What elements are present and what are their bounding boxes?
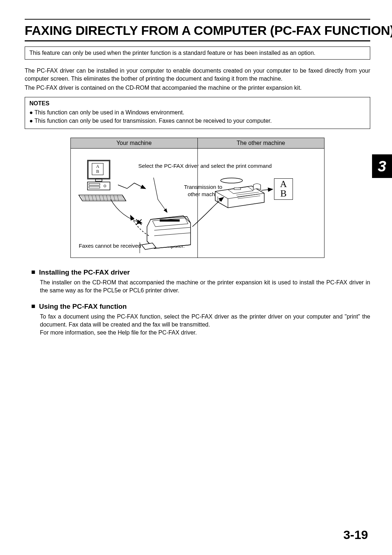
section-body: The installer on the CD-ROM that accompa… bbox=[25, 279, 370, 294]
intro-paragraph-1: The PC-FAX driver can be installed in yo… bbox=[25, 67, 370, 82]
screen-letter-b: B bbox=[92, 169, 103, 174]
notes-box: NOTES ●This function can only be used in… bbox=[25, 97, 370, 129]
title-underline bbox=[25, 40, 370, 41]
intro-paragraph-2: The PC-FAX driver is contained on the CD… bbox=[25, 84, 370, 92]
note-item: ●This function can only be used in a Win… bbox=[29, 108, 366, 117]
feature-note-text: This feature can only be used when the p… bbox=[29, 50, 315, 56]
svg-rect-3 bbox=[87, 182, 110, 190]
section-body: To fax a document using the PC-FAX funct… bbox=[25, 313, 370, 336]
note-item: ●This function can only be used for tran… bbox=[29, 117, 366, 125]
computer-icon bbox=[78, 159, 129, 202]
mfp-printer-icon bbox=[140, 208, 198, 256]
svg-rect-25 bbox=[234, 188, 241, 190]
svg-point-23 bbox=[221, 178, 242, 183]
screen-letter-a: A bbox=[92, 164, 103, 169]
page-number: 3-19 bbox=[343, 528, 368, 542]
section-heading: ■Installing the PC-FAX driver bbox=[25, 268, 370, 276]
svg-rect-20 bbox=[160, 219, 180, 222]
note-text: This function can only be used in a Wind… bbox=[34, 109, 184, 116]
section-heading-text: Installing the PC-FAX driver bbox=[39, 268, 130, 276]
square-bullet-icon: ■ bbox=[31, 302, 35, 310]
svg-rect-2 bbox=[95, 179, 102, 181]
square-bullet-icon: ■ bbox=[31, 268, 35, 276]
section-heading: ■Using the PC-FAX function bbox=[25, 302, 370, 311]
out-letter-b: B bbox=[274, 189, 293, 198]
chapter-tab: 3 bbox=[372, 154, 392, 178]
section-heading-text: Using the PC-FAX function bbox=[39, 303, 127, 310]
svg-rect-5 bbox=[89, 186, 100, 188]
diagram: Your machine The other machine bbox=[70, 138, 324, 258]
fax-machine-icon bbox=[212, 177, 266, 213]
svg-rect-4 bbox=[89, 183, 100, 185]
notes-heading: NOTES bbox=[29, 100, 366, 107]
page-title: FAXING DIRECTLY FROM A COMPUTER (PC-FAX … bbox=[25, 23, 370, 38]
top-rule bbox=[25, 19, 370, 20]
svg-point-6 bbox=[104, 185, 106, 187]
out-letter-a: A bbox=[274, 179, 293, 189]
diagram-body: A B Select the PC-FAX driver and select … bbox=[71, 149, 324, 258]
computer-screen-doc: A B bbox=[92, 163, 103, 175]
diagram-label-select: Select the PC-FAX driver and select the … bbox=[138, 162, 272, 170]
bullet-icon: ● bbox=[29, 117, 34, 125]
output-document: A B bbox=[274, 178, 293, 200]
feature-note-box: This feature can only be used when the p… bbox=[25, 46, 370, 60]
diagram-header-right: The other machine bbox=[198, 138, 324, 149]
diagram-header-left: Your machine bbox=[71, 138, 198, 149]
chapter-number: 3 bbox=[378, 158, 386, 175]
diagram-header: Your machine The other machine bbox=[71, 138, 324, 149]
manual-page: FAXING DIRECTLY FROM A COMPUTER (PC-FAX … bbox=[0, 0, 392, 555]
bullet-icon: ● bbox=[29, 108, 34, 117]
note-text: This function can only be used for trans… bbox=[34, 118, 272, 124]
